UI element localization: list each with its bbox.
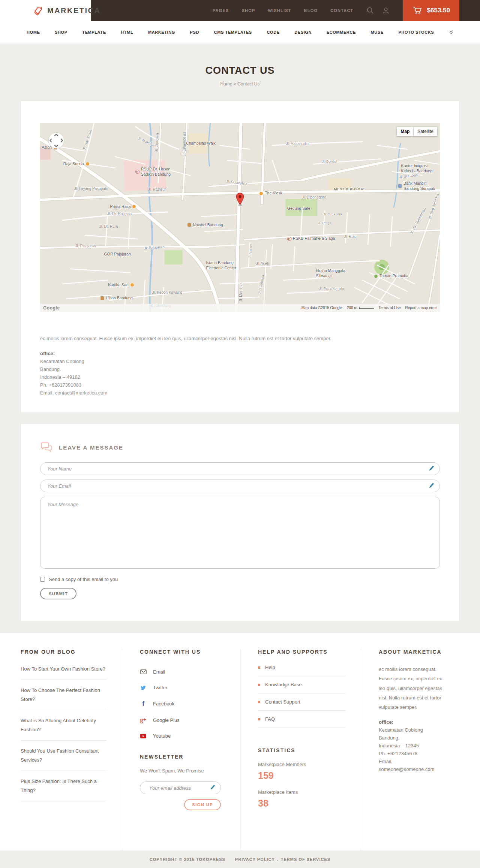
brand-logo[interactable]: MARKETICA xyxy=(0,0,91,21)
privacy-policy-link[interactable]: PRIVACY POLICY xyxy=(235,857,275,862)
satellite-view-button[interactable]: Satellite xyxy=(413,127,438,136)
stat-value: 38 xyxy=(258,798,346,809)
map-pan-control[interactable] xyxy=(48,132,65,151)
help-link[interactable]: Help xyxy=(258,665,346,676)
nav-contact[interactable]: CONTACT xyxy=(330,8,353,13)
subnav-marketing[interactable]: MARKETING xyxy=(148,30,175,34)
contact-intro-text: ec mollis lorem consequat. Fusce ipsum e… xyxy=(40,336,440,341)
blog-post-link[interactable]: What is So Alluring About Celebrity Fash… xyxy=(21,710,107,741)
contact-support-link[interactable]: Contact Support xyxy=(258,693,346,711)
office-line: Indonesia – 12345 xyxy=(379,743,419,748)
subnav-shop[interactable]: SHOP xyxy=(55,30,68,34)
square-bullet-icon xyxy=(258,684,260,686)
map-label: Jl. Dr. Rum xyxy=(99,224,118,229)
subnav-ecommerce[interactable]: ECOMMERCE xyxy=(327,30,356,34)
help-heading: HELP AND SUPPORTS xyxy=(258,649,346,655)
report-map-error-link[interactable]: Report a map error xyxy=(405,306,437,310)
breadcrumb-separator: > xyxy=(234,81,236,87)
subnav-template[interactable]: TEMPLATE xyxy=(82,30,106,34)
map-label: Jl. Kebon Kawung xyxy=(152,290,182,295)
subnav-design[interactable]: DESIGN xyxy=(294,30,312,34)
newsletter-email-input[interactable] xyxy=(140,781,221,794)
map-park-icon xyxy=(374,274,378,278)
email-input[interactable] xyxy=(40,480,440,492)
faq-link[interactable]: FAQ xyxy=(258,711,346,728)
footer: FROM OUR BLOG How To Start Your Own Fash… xyxy=(0,633,480,850)
send-copy-row: Send a copy of this email to you xyxy=(40,577,440,582)
send-copy-checkbox[interactable] xyxy=(40,577,45,582)
map-label: Jl. Diponegoro xyxy=(302,195,326,200)
map-label: HRSUP Dr. Hasan Sadikin Bandung xyxy=(135,167,171,177)
copyright-text: COPYRIGHT © 2015 TOKOPRESS xyxy=(150,857,225,862)
office-label: office: xyxy=(40,351,55,356)
twitter-link[interactable]: Twitter xyxy=(140,685,225,690)
about-text: ec mollis lorem consequat. Fusce ipsum e… xyxy=(379,665,444,712)
breadcrumb-home[interactable]: Home xyxy=(220,81,232,87)
breadcrumb-current: Contact Us xyxy=(237,81,260,87)
email-link[interactable]: Email xyxy=(140,669,225,675)
map-marker-pin[interactable] xyxy=(236,193,244,208)
map-label: GOR Pajajaran xyxy=(104,252,131,257)
knowledge-base-link[interactable]: Knowladge Base xyxy=(258,676,346,693)
map-label: The Kiosk xyxy=(259,191,282,196)
contact-info-card: Champelas WalkJl. HasanudinJl. Haji Yasi… xyxy=(21,100,459,413)
terms-of-use-link[interactable]: Terms of Use xyxy=(379,306,401,310)
map-label: Raja Sunda xyxy=(63,161,90,167)
nav-wishlist[interactable]: WISHLIST xyxy=(268,8,291,13)
subnav-muse[interactable]: MUSE xyxy=(371,30,384,34)
map-restaurant-icon xyxy=(259,191,263,196)
footer-blog-column: FROM OUR BLOG How To Start Your Own Fash… xyxy=(21,649,122,850)
facebook-link[interactable]: f Facebook xyxy=(140,701,225,707)
office-line: Kecamatan Coblong xyxy=(379,727,423,733)
google-map[interactable]: Champelas WalkJl. HasanudinJl. Haji Yasi… xyxy=(40,123,440,312)
brand-name: MARKETICA xyxy=(47,6,101,15)
subnav-html[interactable]: HTML xyxy=(121,30,133,34)
subnav-code[interactable]: CODE xyxy=(267,30,279,34)
newsletter-section: NEWSLETTER We Won't Spam, We Promise SIG… xyxy=(140,754,225,810)
newsletter-heading: NEWSLETTER xyxy=(140,754,225,760)
map-attribution-bar: Google Map data ©2015 Google 200 m Terms… xyxy=(40,304,440,312)
google-plus-link[interactable]: g+ Google Plus xyxy=(140,717,225,723)
message-textarea[interactable] xyxy=(40,497,440,569)
blog-post-link[interactable]: How To Start Your Own Fashion Store? xyxy=(21,665,107,680)
cart-total: $653.50 xyxy=(427,7,450,14)
subnav-home[interactable]: HOME xyxy=(27,30,40,34)
map-type-control: Map Satellite xyxy=(396,127,438,136)
map-view-button[interactable]: Map xyxy=(396,127,413,136)
map-label: Graha Manggala Siliwangi xyxy=(316,268,345,278)
chevron-double-down-icon[interactable] xyxy=(449,30,453,34)
youtube-icon xyxy=(140,734,147,738)
connect-heading: CONNECT WITH US xyxy=(140,649,225,655)
map-label: HRSKB Halmahera Siaga xyxy=(287,236,335,241)
account-icon[interactable] xyxy=(382,7,390,14)
nav-blog[interactable]: BLOG xyxy=(304,8,318,13)
statistics-section: STATISTICS Marketplace Members 159 Marke… xyxy=(258,747,346,809)
terms-of-services-link[interactable]: TERMS OF SERVICES xyxy=(281,857,330,862)
submit-button[interactable]: SUBMIT xyxy=(40,588,76,599)
link-separator: . xyxy=(277,857,279,862)
map-label: Jl. Hasanudin xyxy=(286,141,309,146)
subnav-photo-stocks[interactable]: PHOTO STOCKS xyxy=(398,30,434,34)
office-label: office: xyxy=(379,719,393,725)
map-label: Jl. Patra Komala xyxy=(319,287,344,291)
map-scale-label: 200 m xyxy=(347,306,357,310)
search-icon[interactable] xyxy=(366,7,374,14)
nav-pages[interactable]: PAGES xyxy=(213,8,229,13)
subnav-cms-templates[interactable]: CMS TEMPLATES xyxy=(214,30,252,34)
blog-list: How To Start Your Own Fashion Store? How… xyxy=(21,665,107,801)
edit-pencil-icon xyxy=(429,483,434,490)
newsletter-tagline: We Won't Spam, We Promise xyxy=(140,768,225,774)
blog-post-link[interactable]: Should You Use Fashion Consultant Servic… xyxy=(21,741,107,771)
nav-shop[interactable]: SHOP xyxy=(242,8,255,13)
map-label: Jl. Seram xyxy=(248,244,253,258)
form-header: LEAVE A MESSAGE xyxy=(40,442,440,453)
signup-button[interactable]: SIGN UP xyxy=(184,799,221,810)
youtube-link[interactable]: Youtube xyxy=(140,733,225,739)
blog-post-link[interactable]: Plus Size Fashion: Is There Such a Thing… xyxy=(21,771,107,801)
name-input[interactable] xyxy=(40,462,440,475)
subnav-psd[interactable]: PSD xyxy=(190,30,199,34)
blog-post-link[interactable]: How To Choose The Perfect Fashion Store? xyxy=(21,680,107,710)
map-data-credit: Map data ©2015 Google xyxy=(302,306,342,310)
office-line: Kecamatan Coblong xyxy=(40,359,84,364)
cart-button[interactable]: $653.50 xyxy=(403,0,459,21)
